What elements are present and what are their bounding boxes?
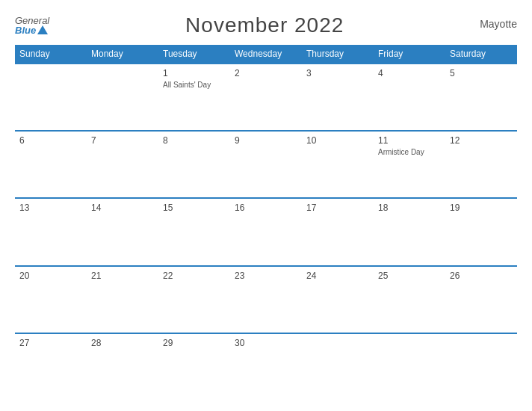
day-number: 20 — [19, 271, 82, 281]
calendar-cell: 7 — [87, 131, 158, 198]
day-number: 18 — [378, 203, 441, 213]
header-thursday: Thursday — [302, 45, 374, 64]
calendar-week-row: 67891011Armistice Day12 — [15, 131, 517, 198]
header-sunday: Sunday — [15, 45, 87, 64]
header: General Blue November 2022 Mayotte — [15, 13, 517, 37]
weekday-header-row: Sunday Monday Tuesday Wednesday Thursday… — [15, 45, 517, 64]
holiday-label: Armistice Day — [378, 147, 441, 157]
calendar-cell: 14 — [87, 198, 158, 265]
calendar-cell: 29 — [158, 333, 230, 401]
calendar-cell — [15, 64, 87, 131]
day-number: 6 — [19, 135, 82, 146]
day-number: 9 — [235, 135, 297, 146]
calendar-cell: 5 — [445, 64, 517, 131]
day-number: 26 — [450, 271, 513, 281]
header-saturday: Saturday — [445, 45, 517, 64]
day-number: 8 — [163, 135, 226, 146]
day-number: 12 — [450, 135, 513, 146]
logo-triangle-icon — [37, 25, 48, 34]
day-number: 11 — [378, 135, 441, 146]
calendar-cell: 24 — [302, 266, 374, 333]
calendar-cell: 8 — [158, 131, 230, 198]
holiday-label: All Saints' Day — [163, 80, 226, 90]
calendar-week-row: 1All Saints' Day2345 — [15, 64, 517, 131]
calendar-cell: 11Armistice Day — [374, 131, 445, 198]
calendar-cell: 10 — [302, 131, 374, 198]
calendar-cell: 1All Saints' Day — [158, 64, 230, 131]
day-number: 27 — [19, 338, 82, 348]
header-friday: Friday — [374, 45, 445, 64]
calendar-week-row: 13141516171819 — [15, 198, 517, 265]
calendar-cell — [445, 333, 517, 401]
day-number: 21 — [91, 271, 154, 281]
calendar-cell: 26 — [445, 266, 517, 333]
day-number: 1 — [163, 68, 226, 78]
day-number: 30 — [235, 338, 297, 348]
calendar-week-row: 20212223242526 — [15, 266, 517, 333]
day-number: 22 — [163, 271, 226, 281]
calendar-cell: 30 — [230, 333, 302, 401]
day-number: 16 — [235, 203, 297, 213]
day-number: 3 — [306, 68, 369, 78]
calendar-cell: 16 — [230, 198, 302, 265]
day-number: 23 — [235, 271, 297, 281]
logo: General Blue — [15, 16, 49, 35]
day-number: 13 — [19, 203, 82, 213]
day-number: 2 — [235, 68, 297, 78]
calendar-cell — [302, 333, 374, 401]
calendar-page: General Blue November 2022 Mayotte Sunda… — [0, 0, 532, 411]
calendar-cell: 21 — [87, 266, 158, 333]
day-number: 4 — [378, 68, 441, 78]
calendar-cell: 17 — [302, 198, 374, 265]
calendar-cell: 9 — [230, 131, 302, 198]
calendar-cell: 27 — [15, 333, 87, 401]
calendar-cell: 6 — [15, 131, 87, 198]
calendar-cell: 13 — [15, 198, 87, 265]
calendar-week-row: 27282930 — [15, 333, 517, 401]
day-number: 14 — [91, 203, 154, 213]
region-label: Mayotte — [480, 13, 517, 30]
day-number: 19 — [450, 203, 513, 213]
calendar-cell — [87, 64, 158, 131]
calendar-cell: 19 — [445, 198, 517, 265]
calendar-cell: 2 — [230, 64, 302, 131]
day-number: 25 — [378, 271, 441, 281]
day-number: 24 — [306, 271, 369, 281]
day-number: 17 — [306, 203, 369, 213]
calendar-cell: 4 — [374, 64, 445, 131]
logo-blue-text: Blue — [15, 25, 49, 35]
calendar-cell: 18 — [374, 198, 445, 265]
calendar-cell: 12 — [445, 131, 517, 198]
day-number: 5 — [450, 68, 513, 78]
calendar-table: Sunday Monday Tuesday Wednesday Thursday… — [15, 45, 517, 401]
calendar-cell: 22 — [158, 266, 230, 333]
header-tuesday: Tuesday — [158, 45, 230, 64]
day-number: 28 — [91, 338, 154, 348]
calendar-cell: 23 — [230, 266, 302, 333]
calendar-cell: 20 — [15, 266, 87, 333]
calendar-cell: 3 — [302, 64, 374, 131]
calendar-cell: 15 — [158, 198, 230, 265]
day-number: 10 — [306, 135, 369, 146]
calendar-cell: 25 — [374, 266, 445, 333]
header-wednesday: Wednesday — [230, 45, 302, 64]
calendar-title: November 2022 — [185, 13, 344, 37]
calendar-cell — [374, 333, 445, 401]
day-number: 29 — [163, 338, 226, 348]
header-monday: Monday — [87, 45, 158, 64]
day-number: 7 — [91, 135, 154, 146]
day-number: 15 — [163, 203, 226, 213]
calendar-cell: 28 — [87, 333, 158, 401]
